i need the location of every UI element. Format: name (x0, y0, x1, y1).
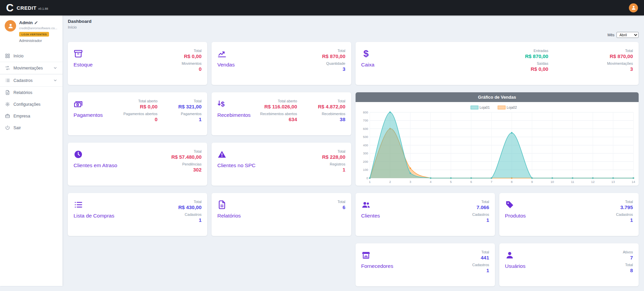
stat-value: R$ 870,00 (525, 53, 548, 59)
profile-email: credit@anronsoftware.co... (19, 26, 57, 30)
stat-value: R$ 4.872,00 (318, 104, 346, 109)
svg-text:Loja01: Loja01 (479, 106, 490, 109)
stat-label: Total (472, 200, 489, 204)
svg-text:8: 8 (511, 180, 512, 184)
stat-label: Saídas (525, 61, 548, 65)
card-estoque-link[interactable]: Estoque (74, 62, 93, 68)
stat-label: Total (472, 250, 489, 254)
stat-value: 8 (623, 268, 633, 273)
card-caixa-link[interactable]: Caixa (361, 62, 375, 68)
month-filter-label: Mês (607, 33, 614, 37)
sidebar-item-configuracoes[interactable]: Configurações (0, 98, 62, 110)
user-avatar[interactable] (629, 3, 638, 12)
sidebar-item-empresa[interactable]: Empresa (0, 110, 62, 122)
dollar-icon: $ (361, 49, 371, 58)
exchange-icon (5, 65, 10, 70)
cash-icon (74, 99, 83, 109)
stat-value: R$ 57.480,00 (171, 154, 201, 160)
sidebar-item-inicio[interactable]: Início (0, 50, 62, 62)
svg-text:300: 300 (363, 152, 368, 155)
sidebar-item-movimentacoes[interactable]: Movimentações (0, 62, 62, 74)
stat-label: Quantidade (322, 61, 345, 65)
stat-column: Total6 (337, 199, 345, 232)
file-icon (5, 90, 10, 95)
store-badge: LOJA VERTENTES (19, 32, 49, 37)
card-produtos: ProdutosTotal3.795Cadastros1 (499, 193, 639, 236)
stat-column: TotalR$ 57.480,00Pendências302 (171, 149, 201, 182)
stat-value: 1 (322, 167, 345, 173)
stat-value: 3 (607, 66, 633, 72)
stat-label: Total (337, 200, 345, 204)
list-icon (5, 78, 10, 83)
card-recebimentos: $RecebimentosTotal abertoR$ 116.026,00Re… (212, 92, 351, 135)
store-icon (361, 250, 371, 260)
card-clientes: ClientesTotal7.066Cadastros1 (356, 193, 495, 236)
profile-role: Administrador (19, 39, 57, 43)
stat-column: Total3.795Cadastros1 (616, 199, 633, 232)
pencil-icon[interactable] (34, 21, 38, 25)
card-relatorios-link[interactable]: Relatórios (217, 213, 241, 219)
sidebar-item-sair[interactable]: Sair (0, 122, 62, 134)
stat-value: 1 (178, 116, 201, 122)
stat-label: Total (182, 49, 201, 53)
card-vendas: VendasTotalR$ 870,00Quantidade3 (212, 42, 351, 85)
card-produtos-link[interactable]: Produtos (505, 213, 526, 219)
svg-text:12: 12 (591, 180, 594, 184)
stat-label: Total (322, 149, 345, 153)
stat-column: TotalR$ 870,00Quantidade3 (322, 48, 345, 81)
stat-label: Cadastros (472, 212, 489, 216)
topbar: C CREDIT v0.1.88 (0, 0, 644, 15)
users-icon (361, 200, 371, 209)
card-clientes-no-spc-link[interactable]: Clientes no SPC (217, 162, 256, 168)
stat-column: Total abertoR$ 116.026,00Recebimentos ab… (260, 98, 297, 131)
stat-label: Total (607, 49, 633, 53)
stat-value: R$ 0,00 (182, 53, 201, 59)
stat-column: TotalR$ 4.872,00Recebimentos38 (318, 98, 346, 131)
svg-text:700: 700 (363, 119, 368, 122)
stat-value: R$ 430,00 (178, 204, 201, 210)
month-select[interactable]: Abril (616, 32, 639, 38)
stat-column: TotalR$ 870,00Movimentações3 (607, 48, 633, 81)
stat-label: Ativos (623, 250, 633, 254)
sidebar-nav: InícioMovimentaçõesCadastrosRelatóriosCo… (0, 50, 62, 134)
sidebar-item-cadastros[interactable]: Cadastros (0, 74, 62, 87)
card-clientes-em-atraso-link[interactable]: Clientes em Atraso (74, 162, 117, 168)
stat-column: EntradasR$ 870,00SaídasR$ 0,00 (525, 48, 548, 81)
stat-value: 302 (171, 167, 201, 173)
card-pagamentos: PagamentosTotal abertoR$ 0,00Pagamentos … (68, 92, 207, 135)
stat-label: Total aberto (124, 99, 158, 103)
stat-column: Total441Cadastros1 (472, 249, 489, 282)
stat-label: Recebimentos abertos (260, 112, 297, 116)
power-icon (5, 125, 10, 130)
page-title: Dashboard (68, 19, 639, 24)
stat-value: R$ 0,00 (525, 66, 548, 72)
card-usuarios: UsuáriosAtivos7Total8 (499, 243, 639, 286)
cards-right-column: $CaixaEntradasR$ 870,00SaídasR$ 0,00Tota… (356, 42, 639, 286)
list-icon (74, 200, 83, 209)
briefcase-icon (5, 113, 10, 118)
warning-icon (217, 150, 227, 159)
sidebar-item-relatorios[interactable]: Relatórios (0, 87, 62, 98)
card-lista-de-compras-link[interactable]: Lista de Compras (74, 213, 114, 219)
card-fornecedores-link[interactable]: Fornecedores (361, 263, 394, 269)
card-usuarios-link[interactable]: Usuários (505, 263, 525, 269)
svg-text:13: 13 (611, 180, 614, 184)
svg-text:$: $ (221, 100, 225, 108)
svg-text:1: 1 (369, 180, 370, 184)
card-pagamentos-link[interactable]: Pagamentos (74, 112, 103, 118)
stat-label: Cadastros (616, 212, 633, 216)
stat-value: R$ 116.026,00 (260, 104, 297, 109)
stat-value: R$ 870,00 (322, 53, 345, 59)
card-vendas-link[interactable]: Vendas (217, 62, 235, 68)
card-clientes-link[interactable]: Clientes (361, 213, 380, 219)
stat-label: Total aberto (260, 99, 297, 103)
svg-text:4: 4 (429, 180, 431, 184)
grid-icon (5, 53, 10, 58)
svg-text:5: 5 (450, 180, 452, 184)
card-recebimentos-link[interactable]: Recebimentos (217, 112, 250, 118)
app-logo: C (6, 3, 13, 13)
stat-value: 1 (178, 217, 201, 223)
app-brand: CREDIT (16, 5, 36, 11)
svg-text:400: 400 (363, 144, 368, 147)
stat-label: Pagamentos (178, 112, 201, 116)
